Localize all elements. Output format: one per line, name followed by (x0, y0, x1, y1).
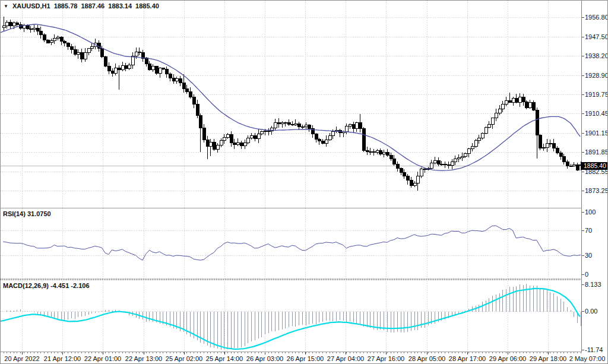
time-minor-tick (387, 352, 388, 353)
time-minor-tick (234, 352, 235, 353)
time-minor-tick (404, 352, 404, 353)
time-minor-tick (231, 352, 232, 353)
time-minor-tick (407, 352, 408, 353)
time-minor-tick (81, 352, 82, 353)
time-minor-tick (278, 352, 279, 353)
time-minor-tick (417, 352, 418, 353)
time-minor-tick (530, 352, 530, 353)
time-minor-tick (75, 352, 75, 353)
time-minor-tick (492, 352, 493, 353)
time-minor-tick (64, 352, 65, 353)
time-minor-tick (476, 352, 476, 353)
time-minor-tick (251, 352, 252, 353)
time-minor-tick (289, 352, 289, 353)
time-minor-tick (265, 352, 265, 353)
macd-tick-label: 8.133 (585, 281, 601, 288)
time-minor-tick (391, 352, 391, 353)
time-minor-tick (468, 352, 469, 353)
panel-splitter[interactable] (1, 278, 581, 280)
time-minor-tick (102, 352, 102, 353)
time-minor-tick (255, 352, 255, 353)
price-tick-label: 1873.25 (585, 187, 608, 194)
macd-plot[interactable] (1, 280, 581, 352)
rsi-tick-label: 100 (585, 208, 596, 216)
time-minor-tick (346, 352, 347, 353)
time-minor-tick (186, 352, 187, 353)
time-minor-tick (482, 352, 483, 353)
time-minor-tick (245, 352, 245, 353)
time-minor-tick (40, 352, 41, 353)
time-minor-tick (224, 352, 224, 353)
time-minor-tick (197, 352, 198, 353)
time-minor-tick (156, 352, 157, 353)
time-minor-tick (88, 352, 89, 353)
ohlc-close: 1885.40 (135, 2, 159, 10)
time-minor-tick (261, 352, 262, 353)
time-tick-label: 26 Apr 03:00 (246, 355, 283, 362)
time-minor-tick (421, 352, 422, 353)
time-minor-tick (336, 352, 337, 353)
time-minor-tick (571, 352, 571, 353)
time-minor-tick (190, 352, 191, 353)
time-minor-tick (14, 352, 14, 353)
time-minor-tick (330, 352, 330, 353)
time-minor-tick (553, 352, 554, 353)
time-minor-tick (7, 352, 7, 353)
symbol-dropdown-icon[interactable]: ▼ (4, 4, 8, 9)
axis-tick-mark (582, 37, 584, 37)
time-minor-tick (326, 352, 327, 353)
time-minor-tick (401, 352, 401, 353)
time-minor-tick (411, 352, 411, 353)
time-minor-tick (136, 352, 137, 353)
time-minor-tick (533, 352, 534, 353)
price-tick-label: 1928.90 (585, 72, 608, 79)
time-minor-tick (377, 352, 378, 353)
axis-tick-mark (582, 113, 584, 114)
time-minor-tick (540, 352, 540, 353)
time-minor-tick (258, 352, 259, 353)
rsi-plot[interactable] (1, 208, 581, 278)
time-minor-tick (502, 352, 503, 353)
time-minor-tick (302, 352, 303, 353)
time-minor-tick (170, 352, 170, 353)
time-minor-tick (129, 352, 129, 353)
axis-tick-mark (582, 255, 584, 256)
price-axis-border (581, 1, 582, 352)
time-minor-tick (122, 352, 123, 353)
candlestick-plot[interactable] (1, 1, 581, 208)
time-minor-tick (221, 352, 221, 353)
time-minor-tick (581, 352, 581, 353)
axis-tick-mark (582, 152, 584, 153)
time-tick-mark (62, 352, 63, 354)
panel-separator[interactable] (1, 208, 581, 208)
time-minor-tick (316, 352, 316, 353)
ohlc-open: 1885.78 (54, 2, 78, 10)
chart-window: ▼ XAUUSD,H1 1885.78 1887.46 1883.14 1885… (0, 0, 608, 364)
time-minor-tick (486, 352, 486, 353)
time-minor-tick (520, 352, 520, 353)
time-minor-tick (68, 352, 68, 353)
time-minor-tick (112, 352, 113, 353)
time-tick-mark (386, 352, 387, 354)
time-tick-label: 28 Apr 17:00 (449, 355, 486, 362)
time-minor-tick (295, 352, 296, 353)
time-minor-tick (268, 352, 269, 353)
time-minor-tick (173, 352, 174, 353)
time-minor-tick (458, 352, 459, 353)
time-minor-tick (353, 352, 354, 353)
time-minor-tick (227, 352, 228, 353)
time-minor-tick (319, 352, 319, 353)
axis-tick-mark (582, 75, 584, 76)
axis-tick-mark (582, 94, 584, 95)
time-minor-tick (332, 352, 333, 353)
time-tick-mark (548, 352, 549, 354)
time-minor-tick (394, 352, 394, 353)
time-minor-tick (509, 352, 510, 353)
price-tick-label: 1919.75 (585, 91, 608, 98)
time-minor-tick (306, 352, 306, 353)
time-minor-tick (384, 352, 384, 353)
time-minor-tick (479, 352, 479, 353)
time-minor-tick (343, 352, 344, 353)
time-minor-tick (27, 352, 28, 353)
time-tick-label: 25 Apr 02:00 (166, 355, 202, 362)
